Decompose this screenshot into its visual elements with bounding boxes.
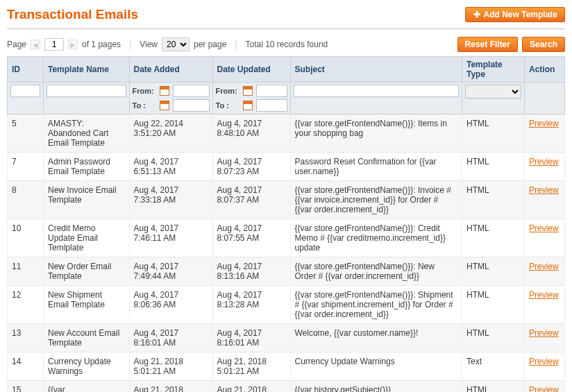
filter-subject-input[interactable] <box>294 85 460 97</box>
preview-link[interactable]: Preview <box>529 157 559 167</box>
table-row[interactable]: 15{{var history.getSubject()}}Aug 21, 20… <box>8 381 565 393</box>
add-new-template-label: Add New Template <box>484 10 557 19</box>
col-action: Action <box>525 57 565 83</box>
col-type[interactable]: Template Type <box>462 57 525 83</box>
cell-name: New Invoice Email Template <box>44 181 130 219</box>
cell-id: 11 <box>8 257 44 286</box>
cell-added: Aug 4, 2017 8:06:36 AM <box>129 286 212 324</box>
filter-added-from-input[interactable] <box>173 85 210 97</box>
cell-subject: {{var history.getSubject()}} <box>290 381 462 393</box>
cell-action: Preview <box>525 181 565 219</box>
cell-type: HTML <box>462 153 525 181</box>
cell-name: {{var history.getSubject()}} <box>44 381 130 393</box>
per-page-select[interactable]: 20 <box>162 37 190 51</box>
cell-added: Aug 4, 2017 7:33:18 AM <box>129 181 212 219</box>
filter-name-input[interactable] <box>47 85 126 97</box>
cell-updated: Aug 21, 2018 5:01:49 AM <box>212 381 290 393</box>
filter-added-to-input[interactable] <box>173 99 210 112</box>
cell-type: HTML <box>462 381 525 393</box>
cell-subject: {{var store.getFrontendName()}}: New Ord… <box>290 257 462 286</box>
prev-page-button[interactable]: ◄ <box>31 40 40 49</box>
table-row[interactable]: 8New Invoice Email TemplateAug 4, 2017 7… <box>8 181 565 219</box>
preview-link[interactable]: Preview <box>529 223 559 233</box>
cell-id: 14 <box>8 352 44 381</box>
cell-type: Text <box>462 352 525 381</box>
filter-updated-to-input[interactable] <box>256 99 287 112</box>
of-pages-label: of 1 pages <box>82 40 121 49</box>
cell-name: Currency Update Warnings <box>44 352 130 381</box>
table-row[interactable]: 12New Shipment Email TemplateAug 4, 2017… <box>8 286 565 324</box>
cell-updated: Aug 4, 2017 8:48:10 AM <box>212 114 290 153</box>
from-label: From: <box>216 87 241 95</box>
cell-type: HTML <box>462 324 525 352</box>
table-row[interactable]: 5AMASTY: Abandoned Cart Email TemplateAu… <box>8 114 565 153</box>
filter-type-select[interactable] <box>465 85 521 99</box>
preview-link[interactable]: Preview <box>529 119 559 128</box>
total-records-label: Total 10 records found <box>246 40 328 49</box>
filter-updated-from-input[interactable] <box>256 85 287 97</box>
cell-name: AMASTY: Abandoned Cart Email Template <box>44 114 130 153</box>
per-page-label: per page <box>194 40 226 49</box>
preview-link[interactable]: Preview <box>529 357 559 366</box>
page-label: Page <box>7 40 26 49</box>
preview-link[interactable]: Preview <box>529 262 559 271</box>
next-page-button[interactable]: ► <box>68 40 78 49</box>
page-input[interactable] <box>44 38 64 51</box>
add-new-template-button[interactable]: ✚ Add New Template <box>465 7 565 22</box>
cell-action: Preview <box>525 352 565 381</box>
calendar-icon[interactable] <box>243 101 253 110</box>
preview-link[interactable]: Preview <box>529 185 559 195</box>
cell-added: Aug 4, 2017 7:46:11 AM <box>129 219 212 257</box>
cell-action: Preview <box>525 114 565 153</box>
cell-type: HTML <box>462 114 525 153</box>
preview-link[interactable]: Preview <box>529 385 559 392</box>
col-updated[interactable]: Date Updated <box>212 57 290 83</box>
cell-added: Aug 21, 2018 5:01:21 AM <box>129 352 212 381</box>
separator: | <box>235 40 237 49</box>
cell-type: HTML <box>462 257 525 286</box>
cell-added: Aug 4, 2017 6:51:13 AM <box>129 153 212 181</box>
from-label: From: <box>133 87 158 95</box>
calendar-icon[interactable] <box>160 86 169 96</box>
cell-name: New Shipment Email Template <box>44 286 130 324</box>
table-row[interactable]: 11New Order Email TemplateAug 4, 2017 7:… <box>8 257 565 286</box>
calendar-icon[interactable] <box>243 86 253 96</box>
preview-link[interactable]: Preview <box>529 290 559 300</box>
separator: | <box>129 40 131 49</box>
cell-type: HTML <box>462 219 525 257</box>
col-id[interactable]: ID <box>8 57 44 83</box>
preview-link[interactable]: Preview <box>529 328 559 338</box>
view-label: View <box>140 40 158 49</box>
cell-action: Preview <box>525 286 565 324</box>
col-subject[interactable]: Subject <box>290 57 462 83</box>
cell-updated: Aug 4, 2017 8:16:01 AM <box>212 324 290 352</box>
col-added[interactable]: Date Added <box>129 57 212 83</box>
cell-type: HTML <box>462 181 525 219</box>
reset-filter-button[interactable]: Reset Filter <box>457 37 518 52</box>
cell-id: 12 <box>8 286 44 324</box>
cell-action: Preview <box>525 153 565 181</box>
cell-name: Admin Password Email Template <box>44 153 130 181</box>
cell-added: Aug 4, 2017 7:49:44 AM <box>129 257 212 286</box>
table-row[interactable]: 7Admin Password Email TemplateAug 4, 201… <box>8 153 565 181</box>
cell-name: New Order Email Template <box>44 257 130 286</box>
cell-subject: Password Reset Confirmation for {{var us… <box>290 153 462 181</box>
cell-name: Credit Memo Update Email Temlplate <box>44 219 130 257</box>
filter-id-input[interactable] <box>10 85 40 97</box>
filter-action-cell <box>525 83 565 114</box>
table-row[interactable]: 13New Account Email TemplateAug 4, 2017 … <box>8 324 565 352</box>
table-row[interactable]: 10Credit Memo Update Email TemlplateAug … <box>8 219 565 257</box>
col-name[interactable]: Template Name <box>44 57 130 83</box>
cell-added: Aug 22, 2014 3:51:20 AM <box>129 114 212 153</box>
search-button[interactable]: Search <box>522 37 565 52</box>
cell-name: New Account Email Template <box>44 324 130 352</box>
calendar-icon[interactable] <box>160 101 169 110</box>
page-title: Transactional Emails <box>7 7 138 22</box>
cell-subject: {{var store.getFrontendName()}}: Credit … <box>290 219 462 257</box>
cell-action: Preview <box>525 219 565 257</box>
templates-grid: ID Template Name Date Added Date Updated… <box>7 56 565 392</box>
cell-subject: {{var store.getFrontendName()}}: Invoice… <box>290 181 462 219</box>
table-row[interactable]: 14Currency Update WarningsAug 21, 2018 5… <box>8 352 565 381</box>
cell-subject: Currency Update Warnings <box>290 352 462 381</box>
cell-updated: Aug 4, 2017 8:07:37 AM <box>212 181 290 219</box>
